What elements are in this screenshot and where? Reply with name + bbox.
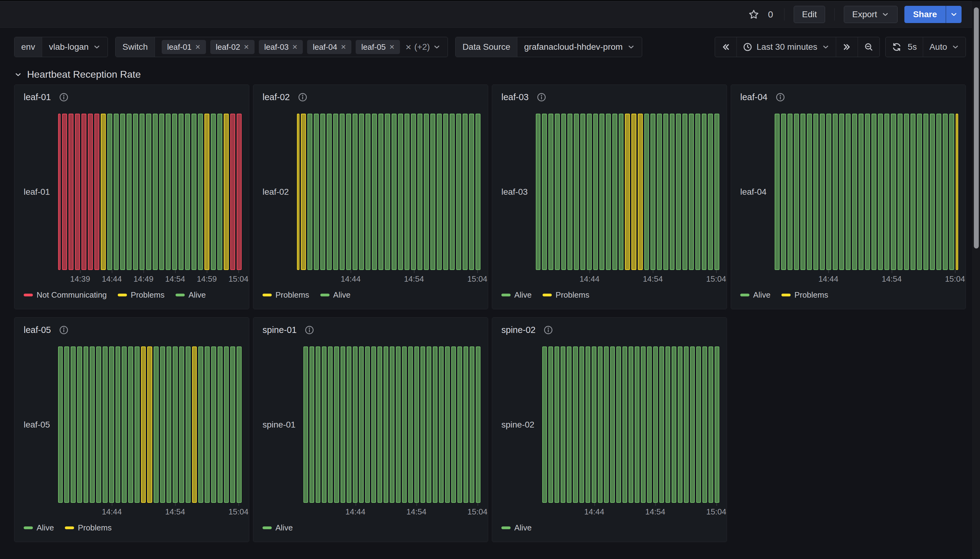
clear-all-icon[interactable]: × xyxy=(405,41,411,53)
panel-header[interactable]: spine-01 xyxy=(261,323,481,337)
legend-item[interactable]: Alive xyxy=(501,290,532,300)
time-range-picker[interactable]: Last 30 minutes xyxy=(736,37,836,57)
panel-y-label: spine-01 xyxy=(261,346,303,518)
switch-tag-label: leaf-02 xyxy=(216,42,240,52)
state-bar xyxy=(186,346,191,503)
x-tick-label: 14:49 xyxy=(133,270,153,284)
panel-x-axis: 14:4414:5415:04 xyxy=(58,503,242,518)
state-bar xyxy=(173,346,178,503)
state-bar xyxy=(574,114,579,270)
state-bar xyxy=(788,114,793,270)
switch-tag-chip[interactable]: leaf-04× xyxy=(307,40,352,54)
state-bar xyxy=(396,346,401,503)
info-icon[interactable] xyxy=(776,93,785,102)
refresh-mode-value: Auto xyxy=(929,42,947,52)
info-icon[interactable] xyxy=(298,93,307,102)
datasource-group: Data Source grafanacloud-hhdev-prom xyxy=(455,37,642,57)
scrollbar-thumb[interactable] xyxy=(974,7,979,248)
legend-label: Problems xyxy=(555,290,589,300)
star-button[interactable] xyxy=(746,7,761,22)
remove-tag-icon[interactable]: × xyxy=(244,43,249,51)
legend-item[interactable]: Alive xyxy=(501,523,532,533)
time-shift-forward-button[interactable] xyxy=(836,37,858,57)
state-bar xyxy=(599,114,604,270)
state-bar xyxy=(134,346,139,503)
state-bar xyxy=(192,346,197,503)
share-button[interactable]: Share xyxy=(904,6,945,23)
state-bar xyxy=(84,346,88,503)
panel-header[interactable]: leaf-01 xyxy=(22,90,242,104)
chart-area: leaf-03 14:4414:5415:04 xyxy=(499,114,719,285)
info-icon[interactable] xyxy=(544,325,553,335)
panel-header[interactable]: leaf-03 xyxy=(499,90,719,104)
panel-title: spine-01 xyxy=(262,325,297,335)
legend-item[interactable]: Alive xyxy=(740,290,770,300)
share-dropdown-button[interactable] xyxy=(945,6,962,23)
switch-tag-chip[interactable]: leaf-02× xyxy=(210,40,255,54)
info-icon[interactable] xyxy=(59,325,68,335)
x-tick-label: 14:54 xyxy=(643,270,663,284)
state-bar xyxy=(411,114,416,270)
datasource-dropdown[interactable]: grafanacloud-hhdev-prom xyxy=(517,37,642,57)
legend-item[interactable]: Problems xyxy=(262,290,309,300)
x-tick-label: 14:54 xyxy=(165,503,185,517)
x-tick-label: 15:04 xyxy=(468,503,488,517)
state-bar xyxy=(659,346,664,503)
state-bar xyxy=(359,346,364,503)
panel-header[interactable]: leaf-04 xyxy=(738,90,958,104)
state-bar xyxy=(408,346,413,503)
legend-item[interactable]: Alive xyxy=(24,523,54,533)
panel-header[interactable]: spine-02 xyxy=(499,323,719,337)
remove-tag-icon[interactable]: × xyxy=(195,43,200,51)
remove-tag-icon[interactable]: × xyxy=(341,43,346,51)
row-header-heartbeat[interactable]: Heartbeat Reception Rate xyxy=(14,69,966,80)
panel-legend: Not CommunicatingProblemsAlive xyxy=(22,290,242,300)
legend-item[interactable]: Alive xyxy=(176,290,206,300)
legend-item[interactable]: Problems xyxy=(65,523,111,533)
state-bar xyxy=(418,114,422,270)
edit-button[interactable]: Edit xyxy=(794,6,825,23)
legend-item[interactable]: Problems xyxy=(118,290,164,300)
state-bar xyxy=(801,114,805,270)
panel-y-label: leaf-03 xyxy=(499,114,536,285)
remove-tag-icon[interactable]: × xyxy=(292,43,297,51)
switch-tag-chip[interactable]: leaf-05× xyxy=(356,40,400,54)
panel-header[interactable]: leaf-02 xyxy=(261,90,481,104)
time-controls: Last 30 minutes xyxy=(715,37,966,57)
state-bar xyxy=(833,114,838,270)
switch-tag-chip[interactable]: leaf-01× xyxy=(162,40,206,54)
panel-header[interactable]: leaf-05 xyxy=(22,323,242,337)
state-bar xyxy=(598,346,602,503)
info-icon[interactable] xyxy=(305,325,314,335)
info-icon[interactable] xyxy=(537,93,546,102)
state-bar xyxy=(555,114,560,270)
state-bar xyxy=(365,114,370,270)
state-bar xyxy=(320,114,325,270)
zoom-out-button[interactable] xyxy=(858,37,879,57)
time-shift-back-button[interactable] xyxy=(715,37,736,57)
state-bar xyxy=(211,114,216,270)
env-variable-dropdown[interactable]: vlab-logan xyxy=(42,37,108,57)
refresh-mode-dropdown[interactable]: Auto xyxy=(923,37,965,57)
double-chevron-right-icon xyxy=(842,42,852,51)
info-icon[interactable] xyxy=(59,93,68,102)
panel-bars xyxy=(542,346,719,503)
state-bar xyxy=(365,346,370,503)
state-bar xyxy=(147,346,152,503)
state-bar xyxy=(458,346,462,503)
legend-item[interactable]: Problems xyxy=(781,290,828,300)
state-bar xyxy=(943,114,948,270)
state-bar xyxy=(690,346,695,503)
switch-tag-chip[interactable]: leaf-03× xyxy=(259,40,303,54)
refresh-button[interactable]: 5s xyxy=(885,37,923,57)
remove-tag-icon[interactable]: × xyxy=(390,43,395,51)
switch-more-dropdown[interactable]: × (+2) xyxy=(405,41,441,53)
legend-item[interactable]: Alive xyxy=(262,523,293,533)
export-button[interactable]: Export xyxy=(844,6,898,23)
legend-label: Problems xyxy=(78,523,111,533)
legend-item[interactable]: Alive xyxy=(320,290,350,300)
legend-item[interactable]: Not Communicating xyxy=(24,290,107,300)
legend-item[interactable]: Problems xyxy=(542,290,589,300)
switch-tag-label: leaf-05 xyxy=(361,42,386,52)
chart-area: spine-02 14:4414:5415:04 xyxy=(499,346,719,518)
